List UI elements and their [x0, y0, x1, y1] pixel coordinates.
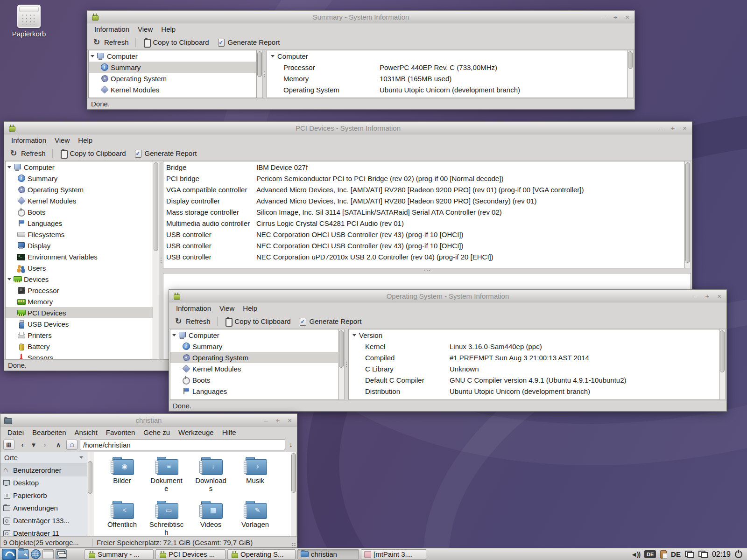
place-trash[interactable]: Papierkorb — [0, 489, 87, 502]
group-row[interactable]: Computer — [267, 50, 627, 62]
copy-to-clipboard-button[interactable]: Copy to Clipboard — [221, 316, 294, 327]
windows-icon[interactable] — [698, 551, 708, 558]
volume-icon[interactable]: ◄)) — [631, 551, 640, 558]
tree-item-filesystems[interactable]: Filesystems — [6, 229, 153, 240]
maximize-button[interactable] — [275, 414, 280, 427]
tree-item-devices[interactable]: Devices — [6, 273, 153, 285]
scrollbar-thumb[interactable] — [154, 162, 158, 251]
pci-titlebar[interactable]: PCI Devices - System Information — [4, 122, 692, 134]
tree-item-processor[interactable]: Processor — [6, 285, 153, 296]
tree-item-kernel-modules[interactable]: Kernel Modules — [170, 363, 338, 374]
minimize-button[interactable] — [264, 414, 268, 427]
menu-help[interactable]: Help — [239, 303, 261, 313]
tree-item-languages[interactable]: Languages — [170, 385, 338, 397]
os-titlebar[interactable]: Operating System - System Information — [169, 290, 726, 302]
folder-downloads[interactable]: ↓ Downloads — [189, 456, 233, 498]
expander-icon[interactable] — [172, 334, 176, 336]
menu-werkzeuge[interactable]: Werkzeuge — [174, 427, 218, 437]
expander-icon[interactable] — [91, 55, 94, 57]
places-header[interactable]: Orte — [0, 452, 87, 464]
minimize-button[interactable] — [659, 122, 662, 134]
device-row[interactable]: USB controllerNEC Corporation uPD72010x … — [163, 251, 684, 262]
tree-item-display[interactable]: Display — [6, 240, 153, 251]
refresh-button[interactable]: Refresh — [7, 148, 49, 159]
tree-scrollbar[interactable] — [338, 329, 345, 400]
tree-item-printers[interactable]: Printers — [6, 329, 153, 341]
tree-item-computer[interactable]: Computer — [170, 329, 338, 341]
menu-view[interactable]: View — [134, 24, 157, 34]
menu-help[interactable]: Help — [74, 135, 97, 145]
tree-item-operating-system[interactable]: Operating System — [170, 352, 338, 363]
info-row[interactable]: Memory1031MB (165MB used) — [267, 73, 627, 84]
new-tab-button[interactable]: ⊞ — [3, 440, 14, 450]
tree-item-pci-devices[interactable]: PCI Devices — [6, 307, 153, 318]
info-row[interactable]: Operating SystemUbuntu Utopic Unicorn (d… — [267, 84, 627, 95]
fm-titlebar[interactable]: christian — [0, 414, 297, 427]
taskbar-task-christian[interactable]: christian — [297, 549, 359, 560]
keyboard-layout-text[interactable]: DE — [671, 550, 681, 558]
maximize-button[interactable] — [613, 11, 617, 23]
device-row[interactable]: Display controllerAdvanced Micro Devices… — [163, 195, 684, 206]
path-input[interactable] — [80, 439, 285, 450]
menu-ansicht[interactable]: Ansicht — [70, 427, 102, 437]
sidebar-scrollbar[interactable] — [87, 452, 93, 536]
expander-icon[interactable] — [7, 278, 11, 280]
menu-view[interactable]: View — [215, 303, 239, 313]
tree-item-operating-system[interactable]: Operating System — [6, 184, 153, 195]
tree-scrollbar[interactable] — [153, 161, 159, 359]
menu-view[interactable]: View — [50, 135, 74, 145]
menu-gehe-zu[interactable]: Gehe zu — [139, 427, 174, 437]
icon-view-scrollbar[interactable] — [291, 452, 297, 536]
taskbar-task-pci-devices[interactable]: PCI Devices ... — [155, 549, 226, 560]
folder-vorlagen[interactable]: ✎ Vorlagen — [233, 500, 277, 536]
device-row[interactable]: VGA compatible controllerAdvanced Micro … — [163, 184, 684, 195]
close-button[interactable] — [288, 414, 292, 427]
menu-help[interactable]: Help — [157, 24, 180, 34]
generate-report-button[interactable]: Generate Report — [296, 316, 365, 327]
home-button[interactable] — [66, 440, 78, 450]
clock[interactable]: 02:19 — [712, 550, 731, 559]
tree-item-sensors[interactable]: Sensors — [6, 352, 153, 359]
tree-item-languages[interactable]: Languages — [6, 217, 153, 229]
horizontal-splitter[interactable] — [163, 268, 691, 273]
device-row[interactable]: USB controllerNEC Corporation OHCI USB C… — [163, 240, 684, 251]
tree-item-summary[interactable]: Summary — [170, 341, 338, 352]
tree-item-kernel-modules[interactable]: Kernel Modules — [6, 195, 153, 206]
refresh-button[interactable]: Refresh — [90, 37, 132, 48]
menu-bearbeiten[interactable]: Bearbeiten — [28, 427, 70, 437]
place-volume-11[interactable]: Datenträger 11 — [0, 527, 87, 536]
place-applications[interactable]: Anwendungen — [0, 502, 87, 514]
copy-to-clipboard-button[interactable]: Copy to Clipboard — [139, 37, 212, 48]
tree-item-usb-devices[interactable]: USB Devices — [6, 318, 153, 329]
menu-information[interactable]: Information — [90, 24, 134, 34]
resize-grip[interactable] — [291, 543, 296, 547]
scrollbar-thumb[interactable] — [339, 330, 344, 368]
desktop-trash-icon[interactable]: Papierkorb — [7, 5, 51, 38]
web-browser-launcher[interactable] — [31, 549, 41, 559]
menu-favoriten[interactable]: Favoriten — [102, 427, 140, 437]
folder-dokumente[interactable]: ≡ Dokumente — [144, 456, 189, 498]
scrollbar-thumb[interactable] — [257, 51, 262, 77]
minimize-button[interactable] — [693, 290, 697, 302]
copy-to-clipboard-button[interactable]: Copy to Clipboard — [56, 148, 129, 159]
device-list-scrollbar[interactable] — [685, 161, 691, 268]
device-row[interactable]: BridgeIBM Device 027f — [163, 161, 684, 173]
group-row[interactable]: Version — [349, 329, 719, 341]
pane-splitter[interactable] — [263, 50, 267, 98]
info-row[interactable]: DistributionUbuntu Utopic Unicorn (devel… — [349, 385, 719, 397]
tree-item-boots[interactable]: Boots — [6, 206, 153, 217]
tree-scrollbar[interactable] — [257, 50, 263, 98]
info-row[interactable]: Default C CompilerGNU C Compiler version… — [349, 374, 719, 385]
tree-item-summary[interactable]: Summary — [6, 173, 153, 184]
pane-splitter[interactable] — [345, 329, 348, 400]
taskbar-task-mtpaint[interactable]: [mtPaint 3.... — [361, 549, 426, 560]
show-desktop-button[interactable] — [56, 549, 67, 559]
refresh-button[interactable]: Refresh — [172, 316, 214, 327]
folder-schreibtisch[interactable]: ▭ Schreibtisch — [144, 500, 189, 536]
folder-musik[interactable]: ♪ Musik — [233, 456, 277, 498]
device-row[interactable]: PCI bridgePericom Semiconductor PCI to P… — [163, 173, 684, 184]
back-button[interactable]: ‹ — [17, 440, 28, 450]
maximize-button[interactable] — [705, 290, 709, 302]
forward-button[interactable]: › — [39, 440, 50, 450]
device-row[interactable]: USB controllerNEC Corporation OHCI USB C… — [163, 229, 684, 240]
